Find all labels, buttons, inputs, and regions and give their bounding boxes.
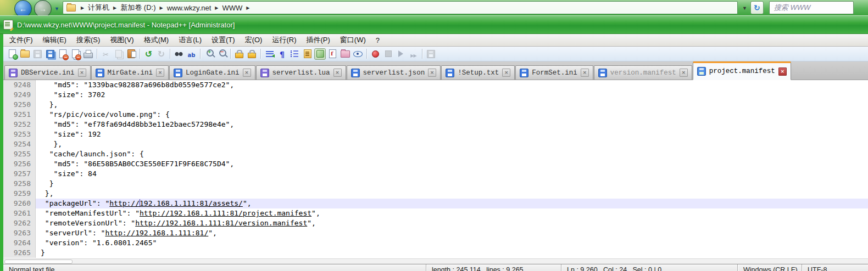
code-text: "size": 192	[36, 129, 868, 139]
status-encoding[interactable]: UTF-8	[802, 264, 868, 271]
sync-vertical-scroll-icon[interactable]	[233, 48, 245, 60]
code-line[interactable]: 9249 "size": 3702	[3, 90, 868, 100]
explorer-search-input[interactable]: 搜索 WWW	[769, 1, 854, 14]
close-file-icon[interactable]	[57, 48, 69, 60]
code-text: "remoteVersionUrl": "http://192.168.1.11…	[36, 218, 868, 228]
horizontal-scrollbar[interactable]	[3, 258, 868, 264]
tab-serverlist.json[interactable]: serverlist.json×	[347, 65, 441, 80]
tab-close-icon[interactable]: ×	[581, 69, 589, 77]
code-line[interactable]: 9255 "cache/launch.json": {	[3, 149, 868, 159]
hyperlink[interactable]: http://192.168.1.111:81/version.manifest	[135, 219, 307, 227]
code-line[interactable]: 9248 "md5": "1339bac982887a696b8db0559e5…	[3, 80, 868, 90]
function-list-icon[interactable]	[327, 48, 338, 60]
menu-item[interactable]: ?	[371, 35, 385, 46]
line-number: 9263	[3, 228, 36, 238]
indent-guide-icon[interactable]	[289, 48, 301, 60]
tab-!Setup.txt[interactable]: !Setup.txt×	[441, 65, 515, 80]
tab-LoginGate.ini[interactable]: LoginGate.ini×	[169, 65, 255, 80]
status-eol-format[interactable]: Windows (CR LF)	[737, 264, 802, 271]
code-line[interactable]: 9264 "version": "1.6.0801.2465"	[3, 238, 868, 248]
code-line[interactable]: 9252 "md5": "ef78fa69d4d8bb3e11e2baec572…	[3, 120, 868, 129]
refresh-button[interactable]: ↻	[750, 1, 764, 14]
paste-icon[interactable]	[125, 48, 137, 60]
code-segment: "rs/pic/voice/volume.png": {	[41, 110, 170, 118]
menu-item[interactable]: 视图(V)	[105, 34, 138, 46]
menu-item[interactable]: 运行(R)	[267, 34, 301, 46]
hyperlink[interactable]: http://192.168.1.111:81/project.manifest	[140, 209, 311, 217]
hyperlink[interactable]: 192.168.1.111:81/assets/	[140, 199, 243, 207]
menu-item[interactable]: 格式(M)	[139, 34, 174, 46]
tab-close-icon[interactable]: ×	[502, 69, 510, 77]
code-line[interactable]: 9257 "size": 84	[3, 169, 868, 179]
code-line[interactable]: 9265}	[3, 248, 868, 258]
show-all-characters-icon[interactable]	[276, 48, 288, 60]
tab-MirGate.ini[interactable]: MirGate.ini×	[91, 65, 169, 80]
document-map-icon[interactable]	[302, 48, 313, 60]
zoom-in-icon[interactable]	[203, 48, 215, 60]
title-bar[interactable]: D:\www.wkzy.net\WWW\project.manifest - N…	[0, 15, 868, 34]
horizontal-scrollbar-thumb[interactable]	[4, 259, 73, 264]
code-line[interactable]: 9261 "remoteManifestUrl": "http://192.16…	[3, 208, 868, 218]
recent-pages-dropdown-icon[interactable]: ▼	[54, 6, 59, 12]
code-line[interactable]: 9259 },	[3, 189, 868, 199]
new-file-icon[interactable]	[7, 48, 18, 60]
toolbar-separator	[97, 49, 97, 59]
tab-serverlist.lua[interactable]: serverlist.lua×	[256, 65, 346, 80]
monitoring-icon[interactable]	[352, 48, 364, 60]
replace-icon[interactable]	[186, 48, 197, 60]
editor[interactable]: 9248 "md5": "1339bac982887a696b8db0559e5…	[3, 80, 868, 258]
save-all-icon[interactable]	[44, 48, 56, 60]
tab-DBService.ini[interactable]: DBService.ini×	[4, 65, 91, 80]
close-all-icon[interactable]	[70, 48, 81, 60]
code-line[interactable]: 9260 "packageUrl": "http://192.168.1.111…	[3, 199, 868, 208]
menu-item[interactable]: 语言(L)	[174, 34, 207, 46]
hyperlink[interactable]: http://192.168.1.111:81/	[105, 229, 208, 237]
menu-item[interactable]: 搜索(S)	[71, 34, 105, 46]
menu-item[interactable]: 插件(P)	[301, 34, 335, 46]
tab-close-icon[interactable]: ×	[778, 67, 787, 76]
breadcrumb-item[interactable]: WWW	[222, 4, 243, 12]
tab-close-icon[interactable]: ×	[78, 69, 86, 77]
find-icon[interactable]	[173, 48, 185, 60]
breadcrumb-item[interactable]: 计算机	[88, 3, 109, 13]
define-language-icon[interactable]	[314, 48, 326, 60]
open-file-icon[interactable]	[19, 48, 31, 60]
menu-item[interactable]: 宏(O)	[240, 34, 268, 46]
tab-close-icon[interactable]: ×	[428, 69, 436, 77]
menu-item[interactable]: 文件(F)	[4, 34, 38, 46]
tab-close-icon[interactable]: ×	[156, 69, 164, 77]
code-line[interactable]: 9263 "serverUrl": "http://192.168.1.111:…	[3, 228, 868, 238]
code-line[interactable]: 9253 "size": 192	[3, 129, 868, 139]
code-segment: ",	[208, 229, 217, 237]
code-line[interactable]: 9250 },	[3, 100, 868, 110]
breadcrumb-item[interactable]: 新加卷 (D:)	[120, 3, 155, 13]
code-segment: }	[41, 179, 53, 188]
tab-close-icon[interactable]: ×	[680, 69, 688, 77]
undo-icon[interactable]	[143, 48, 154, 60]
code-line[interactable]: 9258 }	[3, 179, 868, 189]
tab-version.manifest[interactable]: version.manifest×	[594, 65, 692, 80]
code-line[interactable]: 9254 },	[3, 139, 868, 149]
zoom-out-icon[interactable]	[216, 48, 227, 60]
word-wrap-icon[interactable]	[264, 48, 275, 60]
menu-item[interactable]: 编辑(E)	[38, 34, 71, 46]
address-bar[interactable]: ▶计算机▶新加卷 (D:)▶www.wkzy.net▶WWW▶	[63, 1, 738, 14]
tab-close-icon[interactable]: ×	[333, 69, 342, 77]
tab-FormSet.ini[interactable]: FormSet.ini×	[515, 65, 593, 80]
folder-as-workspace-icon[interactable]	[340, 48, 351, 60]
menu-item[interactable]: 窗口(W)	[335, 34, 371, 46]
breadcrumb-item[interactable]: www.wkzy.net	[167, 4, 212, 12]
tab-project.manifest[interactable]: project.manifest×	[693, 61, 791, 80]
menu-item[interactable]: 设置(T)	[207, 34, 240, 46]
tab-close-icon[interactable]: ×	[243, 69, 251, 77]
status-cursor-position: Ln : 9,260 Col : 24 Sel : 0 | 0	[561, 264, 737, 271]
code-line[interactable]: 9262 "remoteVersionUrl": "http://192.168…	[3, 218, 868, 228]
address-dropdown-icon[interactable]: ▼	[742, 5, 747, 11]
hyperlink[interactable]: http://	[109, 199, 140, 207]
code-line[interactable]: 9251 "rs/pic/voice/volume.png": {	[3, 110, 868, 120]
floppy-disk-icon	[598, 69, 607, 77]
sync-horizontal-scroll-icon[interactable]	[246, 48, 258, 60]
macro-record-icon[interactable]	[370, 48, 381, 60]
code-line[interactable]: 9256 "md5": "86E58B5AB0CC3E550EF71F9F6E8…	[3, 159, 868, 169]
print-icon[interactable]	[82, 48, 94, 60]
